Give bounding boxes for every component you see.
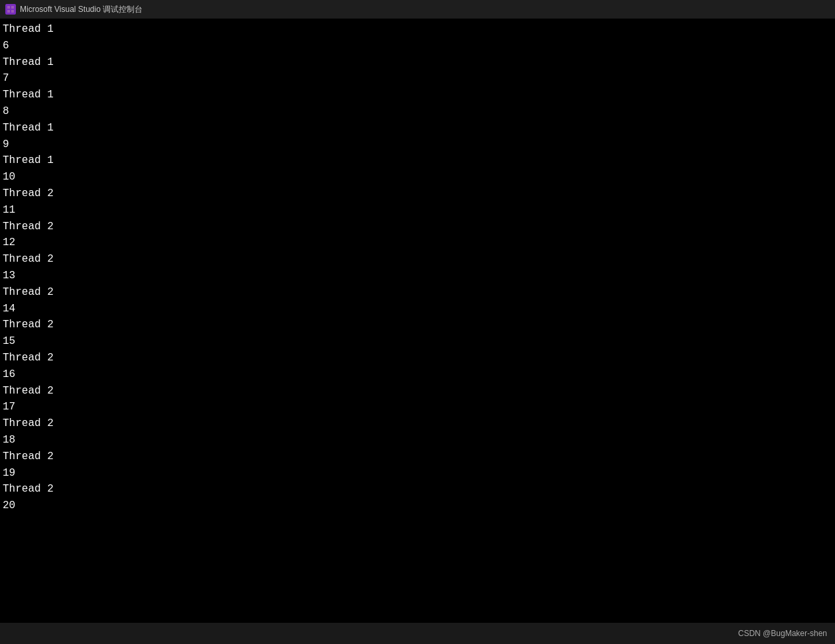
title-bar-label: Microsoft Visual Studio 调试控制台 — [20, 4, 142, 15]
svg-rect-1 — [11, 6, 14, 9]
console-line: Thread 1 — [3, 21, 832, 38]
console-line: 12 — [3, 235, 832, 251]
svg-rect-3 — [11, 10, 14, 13]
console-line: 19 — [3, 465, 832, 482]
console-line: 18 — [3, 432, 832, 449]
status-text: CSDN @BugMaker-shen — [738, 629, 827, 638]
console-line: 9 — [3, 136, 832, 153]
svg-rect-2 — [7, 10, 10, 13]
console-line: Thread 2 — [3, 350, 832, 366]
console-line: Thread 2 — [3, 284, 832, 301]
console-line: 14 — [3, 301, 832, 317]
console-line: 6 — [3, 38, 832, 54]
console-line: Thread 1 — [3, 54, 832, 71]
console-line: 15 — [3, 333, 832, 350]
console-line: 20 — [3, 498, 832, 514]
console-area: Thread 16Thread 17Thread 18Thread 19Thre… — [0, 19, 835, 623]
console-line: 7 — [3, 70, 832, 87]
console-line: Thread 1 — [3, 87, 832, 103]
status-bar: CSDN @BugMaker-shen — [0, 623, 835, 644]
console-line: Thread 2 — [3, 383, 832, 400]
app-icon — [5, 4, 16, 15]
console-line: Thread 2 — [3, 481, 832, 498]
console-line: Thread 2 — [3, 449, 832, 465]
console-line: 8 — [3, 103, 832, 120]
console-line: Thread 2 — [3, 415, 832, 432]
console-line: Thread 2 — [3, 186, 832, 202]
console-line: 17 — [3, 399, 832, 415]
console-line: Thread 2 — [3, 317, 832, 333]
title-bar: Microsoft Visual Studio 调试控制台 — [0, 0, 835, 19]
console-line: 13 — [3, 268, 832, 284]
console-line: 10 — [3, 169, 832, 186]
svg-rect-0 — [7, 6, 10, 9]
console-line: Thread 1 — [3, 152, 832, 169]
console-line: Thread 2 — [3, 219, 832, 235]
console-line: Thread 1 — [3, 120, 832, 136]
console-line: 16 — [3, 366, 832, 383]
console-line: 11 — [3, 202, 832, 219]
console-line: Thread 2 — [3, 251, 832, 268]
